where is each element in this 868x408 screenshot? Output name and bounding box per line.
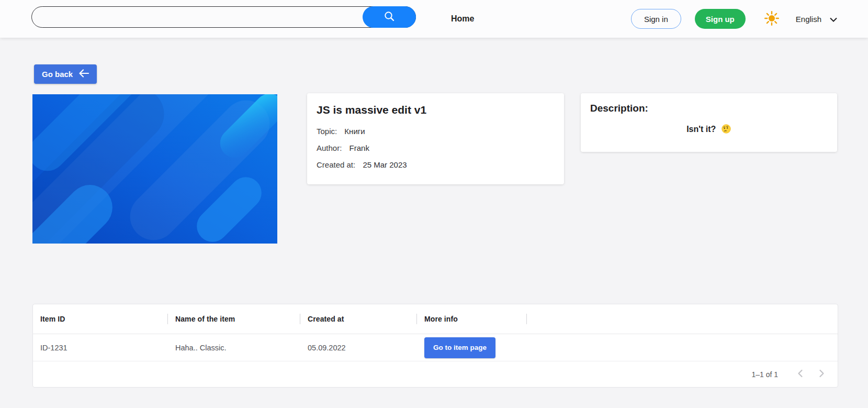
search-bar [31,6,416,28]
cell-created-at: 05.09.2022 [300,344,417,352]
search-button[interactable] [363,6,416,28]
item-title: JS is massive edit v1 [317,104,555,116]
column-header-more-info[interactable]: More info [417,315,527,323]
pagination-prev-button[interactable] [793,367,808,382]
item-details-card: JS is massive edit v1 Topic: Книги Autho… [307,93,564,184]
language-selected-label: English [796,15,821,24]
column-header-item-id[interactable]: Item ID [33,315,168,323]
description-card: Description: Isn't it? [581,93,837,152]
description-heading: Description: [590,103,828,114]
chevron-right-icon [815,367,828,381]
items-table: Item ID Name of the item Created at More… [32,304,838,388]
cell-more-info: Go to item page [417,337,527,358]
cell-item-name: Haha.. Classic. [168,344,300,352]
pagination-next-button[interactable] [814,367,829,382]
author-value: Frank [350,144,369,152]
table-header-row: Item ID Name of the item Created at More… [33,304,838,334]
item-created-line: Created at: 25 Mar 2023 [317,160,555,169]
sign-in-button[interactable]: Sign in [631,9,681,29]
description-text: Isn't it? [686,125,716,134]
created-at-label: Created at: [317,160,355,169]
column-header-name[interactable]: Name of the item [168,315,300,323]
created-at-value: 25 Mar 2023 [363,160,407,169]
item-cover-image [32,94,277,244]
sun-icon [764,10,780,28]
go-back-button[interactable]: Go back [34,64,97,84]
thinking-face-emoji [716,125,731,134]
topic-value: Книги [344,127,365,136]
pagination-range-label: 1–1 of 1 [751,370,778,379]
chevron-down-icon [830,15,837,24]
sign-up-button[interactable]: Sign up [695,9,746,29]
column-header-label: Item ID [40,315,65,323]
column-header-label: Created at [308,315,344,323]
column-header-created-at[interactable]: Created at [300,315,417,323]
column-separator [526,314,527,324]
column-header-label: Name of the item [175,315,235,323]
column-header-label: More info [424,315,458,323]
item-author-line: Author: Frank [317,144,555,152]
search-icon [384,10,395,24]
table-row: ID-1231 Haha.. Classic. 05.09.2022 Go to… [33,334,838,361]
search-input[interactable] [31,6,416,28]
nav-home-link[interactable]: Home [451,0,474,38]
author-label: Author: [317,144,342,152]
table-pagination: 1–1 of 1 [33,361,838,387]
go-back-label: Go back [42,70,73,79]
topic-label: Topic: [317,127,337,136]
page: Home Sign in Sign up [0,0,868,408]
cell-item-id: ID-1231 [33,344,168,352]
header-actions: Sign in Sign up [631,0,837,38]
top-navbar: Home Sign in Sign up [0,0,868,38]
description-body: Isn't it? [590,124,828,134]
theme-toggle-button[interactable] [763,10,780,27]
go-to-item-page-button[interactable]: Go to item page [424,337,495,358]
chevron-left-icon [794,367,807,381]
arrow-left-icon [78,69,89,79]
item-topic-line: Topic: Книги [317,127,555,136]
language-selector[interactable]: English [796,15,837,24]
